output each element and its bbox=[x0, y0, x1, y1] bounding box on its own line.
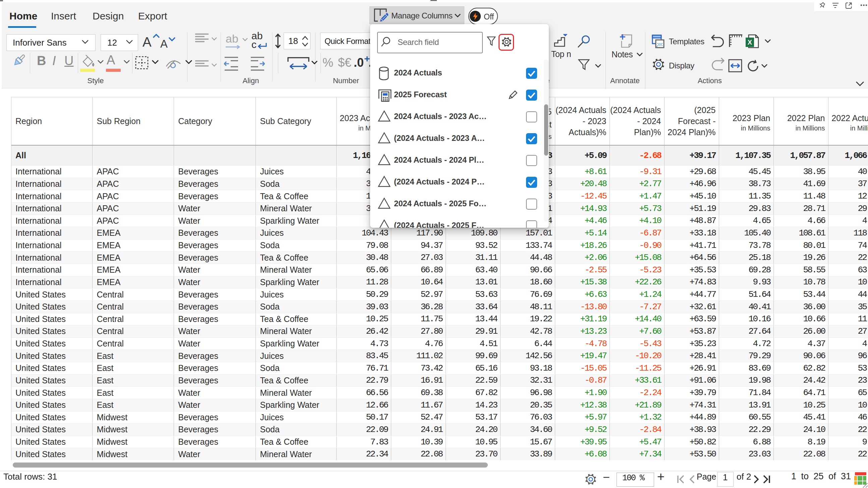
svg-text:X: X bbox=[748, 38, 752, 46]
